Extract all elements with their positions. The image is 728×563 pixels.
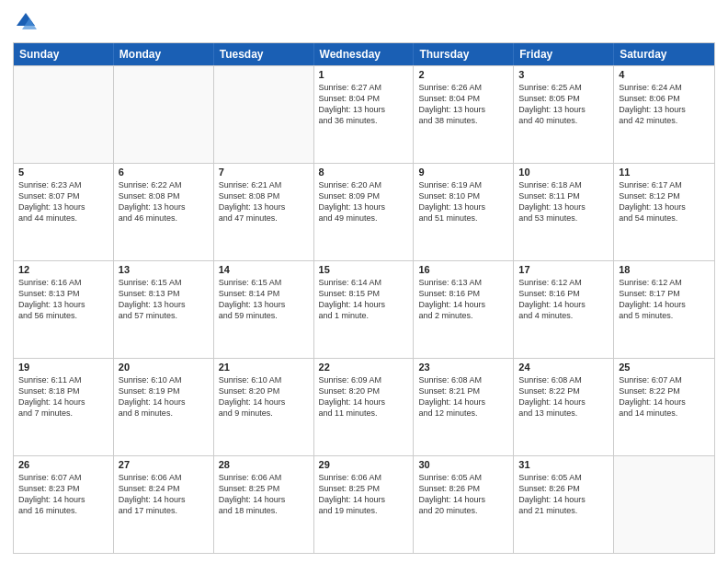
day-cell-13: 13Sunrise: 6:15 AM Sunset: 8:13 PM Dayli… bbox=[114, 261, 214, 358]
day-cell-4: 4Sunrise: 6:24 AM Sunset: 8:06 PM Daylig… bbox=[614, 66, 714, 163]
day-number: 5 bbox=[18, 167, 108, 178]
day-number: 18 bbox=[619, 264, 710, 275]
day-cell-28: 28Sunrise: 6:06 AM Sunset: 8:25 PM Dayli… bbox=[214, 456, 314, 553]
day-number: 14 bbox=[219, 264, 309, 275]
day-info: Sunrise: 6:24 AM Sunset: 8:06 PM Dayligh… bbox=[619, 82, 710, 127]
day-number: 28 bbox=[219, 459, 309, 470]
calendar-row-3: 19Sunrise: 6:11 AM Sunset: 8:18 PM Dayli… bbox=[14, 358, 714, 455]
header-day-saturday: Saturday bbox=[614, 43, 714, 65]
day-cell-8: 8Sunrise: 6:20 AM Sunset: 8:09 PM Daylig… bbox=[314, 164, 415, 260]
day-number: 3 bbox=[518, 69, 609, 80]
day-number: 23 bbox=[418, 362, 508, 373]
day-cell-2: 2Sunrise: 6:26 AM Sunset: 8:04 PM Daylig… bbox=[414, 66, 514, 163]
day-number: 7 bbox=[219, 167, 309, 178]
day-cell-3: 3Sunrise: 6:25 AM Sunset: 8:05 PM Daylig… bbox=[514, 66, 614, 163]
calendar: SundayMondayTuesdayWednesdayThursdayFrid… bbox=[13, 42, 715, 554]
day-cell-19: 19Sunrise: 6:11 AM Sunset: 8:18 PM Dayli… bbox=[14, 359, 114, 455]
day-cell-22: 22Sunrise: 6:09 AM Sunset: 8:20 PM Dayli… bbox=[314, 359, 415, 455]
empty-cell bbox=[14, 66, 114, 163]
day-info: Sunrise: 6:07 AM Sunset: 8:23 PM Dayligh… bbox=[18, 472, 108, 517]
day-number: 2 bbox=[418, 69, 508, 80]
day-info: Sunrise: 6:20 AM Sunset: 8:09 PM Dayligh… bbox=[319, 179, 409, 224]
calendar-body: 1Sunrise: 6:27 AM Sunset: 8:04 PM Daylig… bbox=[14, 65, 714, 553]
day-info: Sunrise: 6:06 AM Sunset: 8:24 PM Dayligh… bbox=[119, 472, 209, 517]
day-info: Sunrise: 6:27 AM Sunset: 8:04 PM Dayligh… bbox=[319, 82, 409, 127]
day-number: 6 bbox=[119, 167, 209, 178]
day-info: Sunrise: 6:05 AM Sunset: 8:26 PM Dayligh… bbox=[518, 472, 609, 517]
day-number: 1 bbox=[319, 69, 409, 80]
day-cell-5: 5Sunrise: 6:23 AM Sunset: 8:07 PM Daylig… bbox=[14, 164, 114, 260]
day-info: Sunrise: 6:12 AM Sunset: 8:16 PM Dayligh… bbox=[518, 277, 609, 322]
calendar-row-2: 12Sunrise: 6:16 AM Sunset: 8:13 PM Dayli… bbox=[14, 260, 714, 358]
day-number: 16 bbox=[418, 264, 508, 275]
day-info: Sunrise: 6:19 AM Sunset: 8:10 PM Dayligh… bbox=[418, 179, 508, 224]
day-number: 13 bbox=[119, 264, 209, 275]
calendar-row-4: 26Sunrise: 6:07 AM Sunset: 8:23 PM Dayli… bbox=[14, 455, 714, 553]
day-number: 9 bbox=[418, 167, 508, 178]
day-cell-17: 17Sunrise: 6:12 AM Sunset: 8:16 PM Dayli… bbox=[514, 261, 614, 358]
day-info: Sunrise: 6:21 AM Sunset: 8:08 PM Dayligh… bbox=[219, 179, 309, 224]
day-info: Sunrise: 6:13 AM Sunset: 8:16 PM Dayligh… bbox=[418, 277, 508, 322]
header-day-thursday: Thursday bbox=[414, 43, 514, 65]
day-cell-16: 16Sunrise: 6:13 AM Sunset: 8:16 PM Dayli… bbox=[414, 261, 514, 358]
day-info: Sunrise: 6:18 AM Sunset: 8:11 PM Dayligh… bbox=[518, 179, 609, 224]
day-info: Sunrise: 6:08 AM Sunset: 8:22 PM Dayligh… bbox=[518, 374, 609, 419]
calendar-row-1: 5Sunrise: 6:23 AM Sunset: 8:07 PM Daylig… bbox=[14, 163, 714, 260]
day-info: Sunrise: 6:11 AM Sunset: 8:18 PM Dayligh… bbox=[18, 374, 108, 419]
day-cell-31: 31Sunrise: 6:05 AM Sunset: 8:26 PM Dayli… bbox=[514, 456, 614, 553]
empty-cell bbox=[214, 66, 314, 163]
day-info: Sunrise: 6:15 AM Sunset: 8:14 PM Dayligh… bbox=[219, 277, 309, 322]
day-cell-11: 11Sunrise: 6:17 AM Sunset: 8:12 PM Dayli… bbox=[614, 164, 714, 260]
day-number: 21 bbox=[219, 362, 309, 373]
day-info: Sunrise: 6:16 AM Sunset: 8:13 PM Dayligh… bbox=[18, 277, 108, 322]
day-number: 15 bbox=[319, 264, 409, 275]
day-cell-30: 30Sunrise: 6:05 AM Sunset: 8:26 PM Dayli… bbox=[414, 456, 514, 553]
day-info: Sunrise: 6:25 AM Sunset: 8:05 PM Dayligh… bbox=[518, 82, 609, 127]
day-number: 29 bbox=[319, 459, 409, 470]
day-info: Sunrise: 6:14 AM Sunset: 8:15 PM Dayligh… bbox=[319, 277, 409, 322]
day-number: 11 bbox=[619, 167, 710, 178]
day-number: 20 bbox=[119, 362, 209, 373]
day-cell-6: 6Sunrise: 6:22 AM Sunset: 8:08 PM Daylig… bbox=[114, 164, 214, 260]
day-number: 4 bbox=[619, 69, 710, 80]
day-info: Sunrise: 6:08 AM Sunset: 8:21 PM Dayligh… bbox=[418, 374, 508, 419]
day-number: 30 bbox=[418, 459, 508, 470]
day-number: 26 bbox=[18, 459, 108, 470]
day-cell-21: 21Sunrise: 6:10 AM Sunset: 8:20 PM Dayli… bbox=[214, 359, 314, 455]
day-number: 25 bbox=[619, 362, 710, 373]
day-cell-12: 12Sunrise: 6:16 AM Sunset: 8:13 PM Dayli… bbox=[14, 261, 114, 358]
empty-cell bbox=[614, 456, 714, 553]
day-cell-25: 25Sunrise: 6:07 AM Sunset: 8:22 PM Dayli… bbox=[614, 359, 714, 455]
logo bbox=[13, 9, 42, 35]
day-number: 8 bbox=[319, 167, 409, 178]
day-number: 24 bbox=[518, 362, 609, 373]
day-cell-24: 24Sunrise: 6:08 AM Sunset: 8:22 PM Dayli… bbox=[514, 359, 614, 455]
day-info: Sunrise: 6:05 AM Sunset: 8:26 PM Dayligh… bbox=[418, 472, 508, 517]
empty-cell bbox=[114, 66, 214, 163]
day-cell-7: 7Sunrise: 6:21 AM Sunset: 8:08 PM Daylig… bbox=[214, 164, 314, 260]
day-info: Sunrise: 6:17 AM Sunset: 8:12 PM Dayligh… bbox=[619, 179, 710, 224]
day-number: 17 bbox=[518, 264, 609, 275]
day-cell-14: 14Sunrise: 6:15 AM Sunset: 8:14 PM Dayli… bbox=[214, 261, 314, 358]
day-info: Sunrise: 6:06 AM Sunset: 8:25 PM Dayligh… bbox=[319, 472, 409, 517]
day-number: 31 bbox=[518, 459, 609, 470]
day-info: Sunrise: 6:22 AM Sunset: 8:08 PM Dayligh… bbox=[119, 179, 209, 224]
day-cell-15: 15Sunrise: 6:14 AM Sunset: 8:15 PM Dayli… bbox=[314, 261, 415, 358]
header-day-sunday: Sunday bbox=[14, 43, 114, 65]
day-cell-10: 10Sunrise: 6:18 AM Sunset: 8:11 PM Dayli… bbox=[514, 164, 614, 260]
day-info: Sunrise: 6:26 AM Sunset: 8:04 PM Dayligh… bbox=[418, 82, 508, 127]
day-cell-27: 27Sunrise: 6:06 AM Sunset: 8:24 PM Dayli… bbox=[114, 456, 214, 553]
day-info: Sunrise: 6:06 AM Sunset: 8:25 PM Dayligh… bbox=[219, 472, 309, 517]
header bbox=[13, 9, 715, 35]
day-cell-9: 9Sunrise: 6:19 AM Sunset: 8:10 PM Daylig… bbox=[414, 164, 514, 260]
header-day-tuesday: Tuesday bbox=[214, 43, 314, 65]
day-info: Sunrise: 6:10 AM Sunset: 8:20 PM Dayligh… bbox=[219, 374, 309, 419]
day-cell-23: 23Sunrise: 6:08 AM Sunset: 8:21 PM Dayli… bbox=[414, 359, 514, 455]
calendar-header: SundayMondayTuesdayWednesdayThursdayFrid… bbox=[14, 43, 714, 65]
header-day-monday: Monday bbox=[114, 43, 214, 65]
day-cell-29: 29Sunrise: 6:06 AM Sunset: 8:25 PM Dayli… bbox=[314, 456, 415, 553]
day-cell-1: 1Sunrise: 6:27 AM Sunset: 8:04 PM Daylig… bbox=[314, 66, 415, 163]
day-number: 12 bbox=[18, 264, 108, 275]
header-day-wednesday: Wednesday bbox=[314, 43, 415, 65]
day-number: 10 bbox=[518, 167, 609, 178]
